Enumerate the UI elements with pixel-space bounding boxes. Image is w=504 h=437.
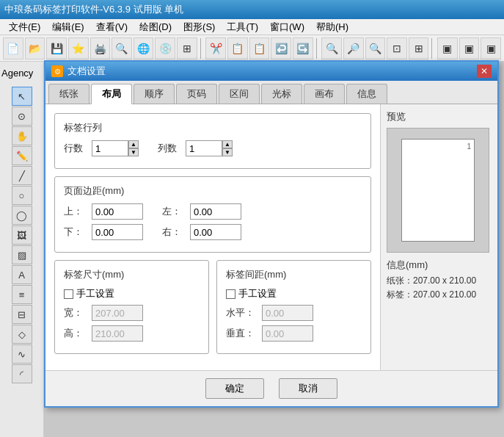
tool-diamond[interactable]: ◇ [12,325,32,344]
size-manual-label: 手工设置 [76,287,114,300]
menu-file[interactable]: 文件(E) [3,19,46,35]
tool-arc[interactable]: ◜ [12,364,32,383]
tab-info[interactable]: 信息 [346,84,387,104]
dialog-overlay: ⚙ 文档设置 ✕ 纸张 布局 顺序 页码 区间 光标 画布 信息 标签行列 行数 [0,0,504,437]
horizontal-input[interactable] [262,305,313,321]
cancel-button[interactable]: 取消 [279,378,337,399]
tool-hand[interactable]: ✋ [12,126,32,145]
tab-layout[interactable]: 布局 [91,84,132,104]
gap-manual-checkbox[interactable] [226,289,235,299]
size-gap-row: 标签尺寸(mm) 手工设置 宽： 高： [54,260,371,361]
page-margin-title: 页面边距(mm) [64,184,362,198]
menu-help[interactable]: 帮助(H) [310,19,354,35]
cols-spinner: ▲ ▼ [186,140,233,156]
cols-label: 列数 [158,142,178,155]
margin-top-input[interactable] [92,203,143,220]
menu-shape[interactable]: 图形(S) [178,19,221,35]
toolbar-open[interactable]: 📂 [25,37,45,59]
toolbar-zoom-out[interactable]: 🔎 [343,37,364,59]
tool-pen[interactable]: ✏️ [12,146,32,165]
cols-input[interactable] [186,140,222,156]
label-rows-section: 标签行列 行数 ▲ ▼ 列数 [54,113,371,169]
toolbar-zoom-in[interactable]: 🔍 [321,37,342,59]
tab-range[interactable]: 区间 [219,84,260,104]
tool-barcode[interactable]: ▨ [12,245,32,264]
toolbar: 📄 📂 💾 ⭐ 🖨️ 🔍 🌐 💿 ⊞ ✂️ 📋 📋 ↩️ ↪️ 🔍 🔎 🔍 ⊡ … [0,35,504,62]
separator-3 [431,38,434,59]
menu-bar: 文件(E) 编辑(E) 查看(V) 绘图(D) 图形(S) 工具(T) 窗口(W… [0,19,504,35]
tool-lines[interactable]: ⊟ [12,305,32,324]
margin-bottom-input[interactable] [92,224,143,240]
tab-cursor[interactable]: 光标 [261,84,302,104]
rows-up-btn[interactable]: ▲ [128,140,139,148]
height-input[interactable] [92,325,143,342]
rows-input[interactable] [92,140,128,156]
toolbar-zoom-find[interactable]: 🔍 [112,37,132,59]
toolbar-copy[interactable]: 📋 [227,37,248,59]
title-bar: 中琅条码标签打印软件-V6.3.9 试用版 单机 [0,0,504,19]
menu-window[interactable]: 窗口(W) [264,19,310,35]
toolbar-frame2[interactable]: ⊞ [409,37,429,59]
cols-spinner-btns: ▲ ▼ [222,140,233,156]
menu-draw[interactable]: 绘图(D) [134,19,178,35]
toolbar-frame1[interactable]: ⊡ [387,37,407,59]
toolbar-paste[interactable]: 📋 [249,37,270,59]
tab-paper[interactable]: 纸张 [48,84,90,104]
info-section: 信息(mm) 纸张：207.00 x 210.00 标签：207.00 x 21… [387,259,492,301]
toolbar-internet[interactable]: 🌐 [134,37,154,59]
tool-richtext[interactable]: ≡ [12,285,32,304]
width-input[interactable] [92,305,143,321]
margin-right-label: 右： [162,225,183,239]
tab-page-num[interactable]: 页码 [176,84,217,104]
toolbar-zoom-fit[interactable]: 🔍 [365,37,386,59]
ok-button[interactable]: 确定 [205,378,264,399]
toolbar-save[interactable]: 💾 [46,37,67,59]
dialog-close-button[interactable]: ✕ [477,65,492,78]
width-label: 宽： [64,306,84,319]
menu-edit[interactable]: 编辑(E) [46,19,90,35]
rows-down-btn[interactable]: ▼ [128,148,139,156]
tool-zoom[interactable]: ⊙ [12,106,32,126]
label-gap-title: 标签间距(mm) [226,268,362,281]
toolbar-cut[interactable]: ✂️ [205,37,226,59]
tool-text[interactable]: A [12,265,32,284]
tool-image[interactable]: 🖼 [12,225,32,245]
menu-tools[interactable]: 工具(T) [221,19,264,35]
toolbar-new[interactable]: 📄 [3,37,23,59]
tool-select[interactable]: ↖ [12,87,32,106]
label-info: 标签：207.00 x 210.00 [387,289,492,301]
dialog-title: 文档设置 [67,65,477,78]
cols-down-btn[interactable]: ▼ [222,148,233,156]
label-rows-title: 标签行列 [64,121,362,134]
preview-title: 预览 [387,110,492,123]
cols-up-btn[interactable]: ▲ [222,140,233,148]
gap-manual-label: 手工设置 [238,287,277,300]
size-manual-checkbox[interactable] [64,289,73,299]
toolbar-grid[interactable]: ⊞ [177,37,197,59]
toolbar-extra2[interactable]: ▣ [459,37,480,59]
toolbar-print[interactable]: 🖨️ [90,37,111,59]
vertical-row: 垂直： [226,325,362,342]
vertical-input[interactable] [262,325,313,342]
horizontal-row: 水平： [226,305,362,321]
margin-left-label: 左： [162,205,183,218]
tab-order[interactable]: 顺序 [134,84,175,104]
toolbar-undo[interactable]: ↩️ [271,37,291,59]
toolbar-disk[interactable]: 💿 [155,37,175,59]
agency-label: Agency [1,68,33,79]
tab-canvas[interactable]: 画布 [304,84,345,104]
tool-ellipse[interactable]: ◯ [12,206,32,225]
toolbar-star[interactable]: ⭐ [68,37,89,59]
menu-view[interactable]: 查看(V) [90,19,134,35]
margin-bottom-row: 下： 右： [64,224,362,240]
label-gap-section: 标签间距(mm) 手工设置 水平： 垂直： [216,260,371,354]
toolbar-extra3[interactable]: ▣ [481,37,501,59]
toolbar-redo[interactable]: ↪️ [293,37,313,59]
margin-left-input[interactable] [190,203,241,220]
separator-2 [316,38,319,59]
tool-circle[interactable]: ○ [12,186,32,205]
tool-line[interactable]: ╱ [12,166,32,185]
tool-curve[interactable]: ∿ [12,344,32,364]
margin-right-input[interactable] [190,224,241,240]
toolbar-extra1[interactable]: ▣ [437,37,458,59]
